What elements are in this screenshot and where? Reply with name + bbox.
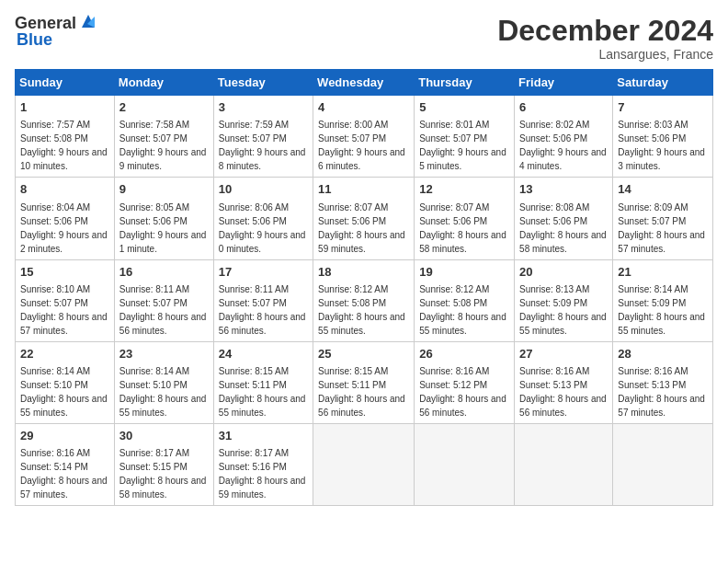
calendar-header-row: SundayMondayTuesdayWednesdayThursdayFrid…	[16, 70, 713, 96]
day-number: 22	[20, 346, 109, 362]
day-number: 7	[618, 99, 708, 116]
page-container: General Blue December 2024 Lansargues, F…	[0, 0, 728, 513]
calendar-cell: 18Sunrise: 8:12 AMSunset: 5:08 PMDayligh…	[313, 259, 415, 341]
day-info: Sunrise: 8:17 AMSunset: 5:16 PMDaylight:…	[219, 448, 306, 500]
calendar-week-4: 22Sunrise: 8:14 AMSunset: 5:10 PMDayligh…	[16, 341, 713, 423]
day-number: 23	[119, 346, 209, 362]
day-number: 30	[119, 428, 209, 444]
day-number: 5	[419, 99, 509, 116]
calendar-cell: 3Sunrise: 7:59 AMSunset: 5:07 PMDaylight…	[213, 96, 313, 178]
day-info: Sunrise: 7:57 AMSunset: 5:08 PMDaylight:…	[20, 120, 108, 171]
calendar-cell: 15Sunrise: 8:10 AMSunset: 5:07 PMDayligh…	[16, 259, 115, 341]
calendar-cell	[515, 423, 613, 505]
calendar-header-wednesday: Wednesday	[313, 70, 415, 96]
title-area: December 2024 Lansargues, France	[497, 15, 713, 62]
calendar-cell: 20Sunrise: 8:13 AMSunset: 5:09 PMDayligh…	[515, 259, 613, 341]
day-number: 14	[618, 181, 708, 198]
day-info: Sunrise: 8:01 AMSunset: 5:07 PMDaylight:…	[419, 120, 506, 171]
day-number: 13	[519, 181, 608, 198]
day-info: Sunrise: 8:04 AMSunset: 5:06 PMDaylight:…	[20, 202, 108, 254]
calendar-cell: 19Sunrise: 8:12 AMSunset: 5:08 PMDayligh…	[415, 259, 515, 341]
day-info: Sunrise: 7:58 AMSunset: 5:07 PMDaylight:…	[119, 120, 207, 171]
calendar-header-thursday: Thursday	[415, 70, 515, 96]
calendar-cell: 4Sunrise: 8:00 AMSunset: 5:07 PMDaylight…	[313, 96, 415, 178]
calendar-cell: 12Sunrise: 8:07 AMSunset: 5:06 PMDayligh…	[415, 178, 515, 259]
calendar-cell: 21Sunrise: 8:14 AMSunset: 5:09 PMDayligh…	[613, 259, 713, 341]
location: Lansargues, France	[497, 47, 713, 62]
day-number: 8	[20, 181, 109, 198]
calendar-cell	[415, 423, 515, 505]
day-number: 29	[20, 428, 109, 444]
day-info: Sunrise: 8:16 AMSunset: 5:13 PMDaylight:…	[519, 366, 607, 418]
day-info: Sunrise: 8:12 AMSunset: 5:08 PMDaylight:…	[419, 284, 506, 336]
day-info: Sunrise: 8:06 AMSunset: 5:06 PMDaylight:…	[219, 202, 306, 254]
day-number: 25	[318, 346, 409, 362]
day-number: 20	[519, 264, 608, 281]
day-number: 24	[219, 346, 308, 362]
calendar-cell: 31Sunrise: 8:17 AMSunset: 5:16 PMDayligh…	[213, 423, 313, 505]
day-info: Sunrise: 8:08 AMSunset: 5:06 PMDaylight:…	[519, 202, 607, 254]
day-number: 28	[618, 346, 708, 362]
day-info: Sunrise: 8:11 AMSunset: 5:07 PMDaylight:…	[119, 284, 207, 336]
day-number: 27	[519, 346, 608, 362]
day-info: Sunrise: 8:12 AMSunset: 5:08 PMDaylight:…	[318, 284, 405, 336]
day-number: 12	[419, 181, 509, 198]
day-number: 11	[318, 181, 409, 198]
day-number: 26	[419, 346, 509, 362]
calendar-cell: 8Sunrise: 8:04 AMSunset: 5:06 PMDaylight…	[16, 178, 115, 259]
month-title: December 2024	[497, 15, 713, 47]
day-info: Sunrise: 8:03 AMSunset: 5:06 PMDaylight:…	[618, 120, 705, 171]
day-info: Sunrise: 8:14 AMSunset: 5:10 PMDaylight:…	[20, 366, 108, 418]
calendar-week-3: 15Sunrise: 8:10 AMSunset: 5:07 PMDayligh…	[16, 259, 713, 341]
calendar-header-sunday: Sunday	[16, 70, 115, 96]
calendar-header-saturday: Saturday	[613, 70, 713, 96]
calendar-cell: 2Sunrise: 7:58 AMSunset: 5:07 PMDaylight…	[114, 96, 213, 178]
day-info: Sunrise: 8:14 AMSunset: 5:10 PMDaylight:…	[119, 366, 207, 418]
day-number: 18	[318, 264, 409, 281]
day-info: Sunrise: 8:16 AMSunset: 5:13 PMDaylight:…	[618, 366, 705, 418]
calendar-header-tuesday: Tuesday	[213, 70, 313, 96]
day-number: 19	[419, 264, 509, 281]
day-info: Sunrise: 8:17 AMSunset: 5:15 PMDaylight:…	[119, 448, 207, 500]
calendar-cell: 28Sunrise: 8:16 AMSunset: 5:13 PMDayligh…	[613, 341, 713, 423]
calendar-cell: 5Sunrise: 8:01 AMSunset: 5:07 PMDaylight…	[415, 96, 515, 178]
day-info: Sunrise: 8:16 AMSunset: 5:14 PMDaylight:…	[20, 448, 108, 500]
calendar-cell: 29Sunrise: 8:16 AMSunset: 5:14 PMDayligh…	[16, 423, 115, 505]
calendar-week-5: 29Sunrise: 8:16 AMSunset: 5:14 PMDayligh…	[16, 423, 713, 505]
day-number: 10	[219, 181, 308, 198]
day-info: Sunrise: 7:59 AMSunset: 5:07 PMDaylight:…	[219, 120, 306, 171]
calendar-cell: 1Sunrise: 7:57 AMSunset: 5:08 PMDaylight…	[16, 96, 115, 178]
header: General Blue December 2024 Lansargues, F…	[15, 15, 713, 62]
day-number: 9	[119, 181, 209, 198]
logo-icon	[78, 11, 98, 31]
calendar-cell: 30Sunrise: 8:17 AMSunset: 5:15 PMDayligh…	[114, 423, 213, 505]
calendar-cell: 11Sunrise: 8:07 AMSunset: 5:06 PMDayligh…	[313, 178, 415, 259]
day-info: Sunrise: 8:15 AMSunset: 5:11 PMDaylight:…	[318, 366, 405, 418]
calendar-cell: 14Sunrise: 8:09 AMSunset: 5:07 PMDayligh…	[613, 178, 713, 259]
calendar-table: SundayMondayTuesdayWednesdayThursdayFrid…	[15, 69, 713, 506]
day-number: 31	[219, 428, 308, 444]
logo-general-text: General	[15, 15, 76, 31]
day-number: 16	[119, 264, 209, 281]
day-info: Sunrise: 8:09 AMSunset: 5:07 PMDaylight:…	[618, 202, 705, 254]
calendar-header-monday: Monday	[114, 70, 213, 96]
day-info: Sunrise: 8:00 AMSunset: 5:07 PMDaylight:…	[318, 120, 405, 171]
day-info: Sunrise: 8:14 AMSunset: 5:09 PMDaylight:…	[618, 284, 705, 336]
calendar-cell: 16Sunrise: 8:11 AMSunset: 5:07 PMDayligh…	[114, 259, 213, 341]
day-info: Sunrise: 8:13 AMSunset: 5:09 PMDaylight:…	[519, 284, 607, 336]
day-number: 1	[20, 99, 109, 116]
day-info: Sunrise: 8:11 AMSunset: 5:07 PMDaylight:…	[219, 284, 306, 336]
calendar-cell: 6Sunrise: 8:02 AMSunset: 5:06 PMDaylight…	[515, 96, 613, 178]
calendar-cell: 26Sunrise: 8:16 AMSunset: 5:12 PMDayligh…	[415, 341, 515, 423]
day-number: 2	[119, 99, 209, 116]
calendar-cell: 27Sunrise: 8:16 AMSunset: 5:13 PMDayligh…	[515, 341, 613, 423]
calendar-cell	[313, 423, 415, 505]
day-info: Sunrise: 8:07 AMSunset: 5:06 PMDaylight:…	[419, 202, 506, 254]
calendar-cell: 10Sunrise: 8:06 AMSunset: 5:06 PMDayligh…	[213, 178, 313, 259]
day-info: Sunrise: 8:05 AMSunset: 5:06 PMDaylight:…	[119, 202, 207, 254]
calendar-week-1: 1Sunrise: 7:57 AMSunset: 5:08 PMDaylight…	[16, 96, 713, 178]
calendar-cell: 25Sunrise: 8:15 AMSunset: 5:11 PMDayligh…	[313, 341, 415, 423]
calendar-week-2: 8Sunrise: 8:04 AMSunset: 5:06 PMDaylight…	[16, 178, 713, 259]
calendar-cell: 17Sunrise: 8:11 AMSunset: 5:07 PMDayligh…	[213, 259, 313, 341]
day-number: 4	[318, 99, 409, 116]
